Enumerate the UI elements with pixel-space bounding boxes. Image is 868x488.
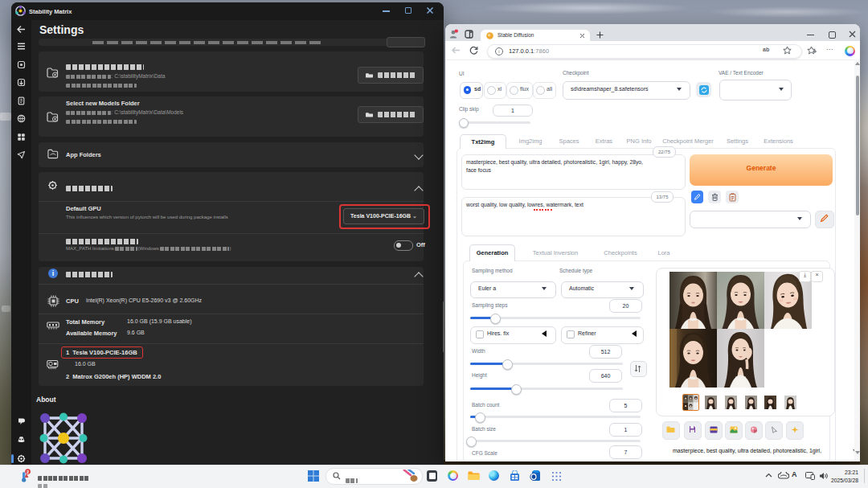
svg-text:2: 2 [27, 470, 29, 474]
